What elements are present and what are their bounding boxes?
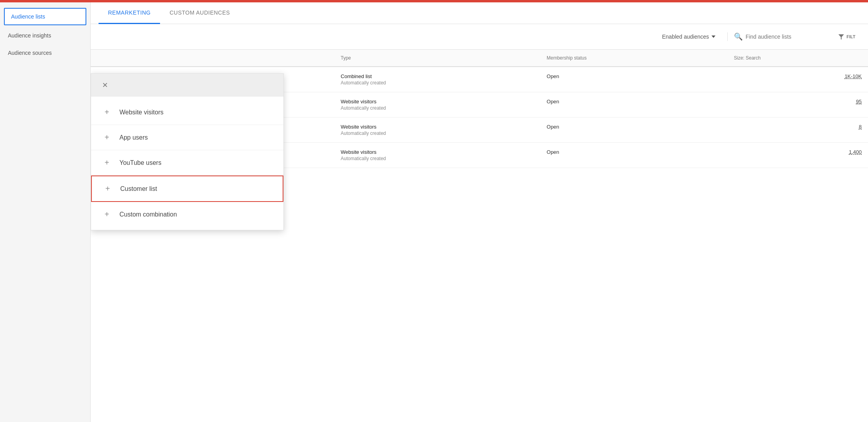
row-size-value: 1,400 bbox=[849, 149, 862, 155]
chevron-down-icon bbox=[712, 35, 715, 38]
row-type-secondary: Automatically created bbox=[341, 105, 534, 111]
row-type-cell: Website visitors Automatically created bbox=[334, 143, 540, 168]
row-membership-cell: Open bbox=[540, 143, 728, 168]
row-type-cell: Website visitors Automatically created bbox=[334, 92, 540, 118]
sidebar-item-audience-sources-label: Audience sources bbox=[8, 50, 52, 56]
filter-icon bbox=[837, 33, 845, 41]
dropdown-item-website-visitors[interactable]: + Website visitors bbox=[91, 100, 283, 125]
plus-icon: + bbox=[102, 210, 112, 219]
row-type-primary: Website visitors bbox=[341, 149, 534, 155]
tab-remarketing-label: REMARKETING bbox=[108, 9, 151, 16]
dropdown-item-app-users[interactable]: + App users bbox=[91, 125, 283, 150]
search-input[interactable] bbox=[746, 34, 825, 40]
col-membership: Membership status bbox=[540, 50, 728, 67]
plus-icon: + bbox=[102, 158, 112, 167]
toolbar: Enabled audiences 🔍 FILT bbox=[91, 24, 868, 50]
row-type-secondary: Automatically created bbox=[341, 80, 534, 86]
col-size: Size: Search bbox=[728, 50, 868, 67]
plus-icon: + bbox=[102, 133, 112, 142]
sidebar-item-audience-sources[interactable]: Audience sources bbox=[0, 44, 90, 62]
dropdown-items: + Website visitors + App users + YouTube… bbox=[91, 97, 283, 230]
tab-custom-audiences-label: CUSTOM AUDIENCES bbox=[170, 9, 230, 16]
svg-marker-0 bbox=[838, 34, 844, 39]
search-icon: 🔍 bbox=[734, 32, 743, 41]
dropdown-item-label: YouTube users bbox=[119, 159, 161, 166]
search-box: 🔍 bbox=[727, 32, 825, 41]
row-size-cell: 1,400 bbox=[728, 143, 868, 168]
row-type-primary: Website visitors bbox=[341, 124, 534, 130]
dropdown-item-youtube-users[interactable]: + YouTube users bbox=[91, 150, 283, 176]
table-container: Type Membership status Size: Search a so… bbox=[91, 50, 868, 422]
row-size-value: 95 bbox=[856, 99, 862, 105]
sidebar: Audience lists Audience insights Audienc… bbox=[0, 2, 91, 422]
row-type-cell: Combined list Automatically created bbox=[334, 67, 540, 92]
content-area: REMARKETING CUSTOM AUDIENCES Enabled aud… bbox=[91, 2, 868, 422]
sidebar-item-audience-insights-label: Audience insights bbox=[8, 32, 51, 39]
row-type-secondary: Automatically created bbox=[341, 131, 534, 136]
row-size-cell: 1K-10K bbox=[728, 67, 868, 92]
row-type-primary: Website visitors bbox=[341, 99, 534, 105]
close-button[interactable]: ✕ bbox=[99, 80, 111, 90]
main-layout: Audience lists Audience insights Audienc… bbox=[0, 2, 868, 422]
row-membership-cell: Open bbox=[540, 118, 728, 143]
row-size-cell: 95 bbox=[728, 92, 868, 118]
dropdown-item-customer-list[interactable]: + Customer list bbox=[91, 176, 283, 202]
row-size-value: 1K-10K bbox=[845, 73, 862, 79]
enabled-audiences-dropdown[interactable]: Enabled audiences bbox=[656, 30, 721, 43]
dropdown-panel-header: ✕ bbox=[91, 74, 283, 97]
dropdown-panel: ✕ + Website visitors + App users + bbox=[91, 73, 284, 230]
tab-remarketing[interactable]: REMARKETING bbox=[99, 2, 160, 24]
col-name bbox=[91, 50, 334, 67]
sidebar-item-audience-lists[interactable]: Audience lists bbox=[4, 8, 86, 25]
row-type-primary: Combined list bbox=[341, 73, 534, 79]
dropdown-item-label: App users bbox=[119, 134, 148, 141]
sidebar-item-audience-lists-label: Audience lists bbox=[11, 13, 45, 20]
dropdown-item-custom-combination[interactable]: + Custom combination bbox=[91, 202, 283, 227]
row-type-secondary: Automatically created bbox=[341, 156, 534, 161]
row-size-cell: 8 bbox=[728, 118, 868, 143]
plus-icon: + bbox=[103, 184, 112, 193]
dropdown-item-label: Customer list bbox=[120, 185, 157, 192]
sidebar-item-audience-insights[interactable]: Audience insights bbox=[0, 27, 90, 44]
dropdown-label: Enabled audiences bbox=[662, 34, 709, 40]
row-size-value: 8 bbox=[859, 124, 862, 130]
col-type: Type bbox=[334, 50, 540, 67]
filter-button[interactable]: FILT bbox=[834, 30, 859, 44]
dropdown-item-label: Custom combination bbox=[119, 211, 177, 218]
row-membership-cell: Open bbox=[540, 92, 728, 118]
plus-icon: + bbox=[102, 108, 112, 117]
tab-custom-audiences[interactable]: CUSTOM AUDIENCES bbox=[160, 2, 239, 24]
row-membership-cell: Open bbox=[540, 67, 728, 92]
table-header-row: Type Membership status Size: Search bbox=[91, 50, 868, 67]
row-type-cell: Website visitors Automatically created bbox=[334, 118, 540, 143]
dropdown-item-label: Website visitors bbox=[119, 109, 164, 116]
tabs-header: REMARKETING CUSTOM AUDIENCES bbox=[91, 2, 868, 24]
filter-label: FILT bbox=[847, 34, 855, 39]
